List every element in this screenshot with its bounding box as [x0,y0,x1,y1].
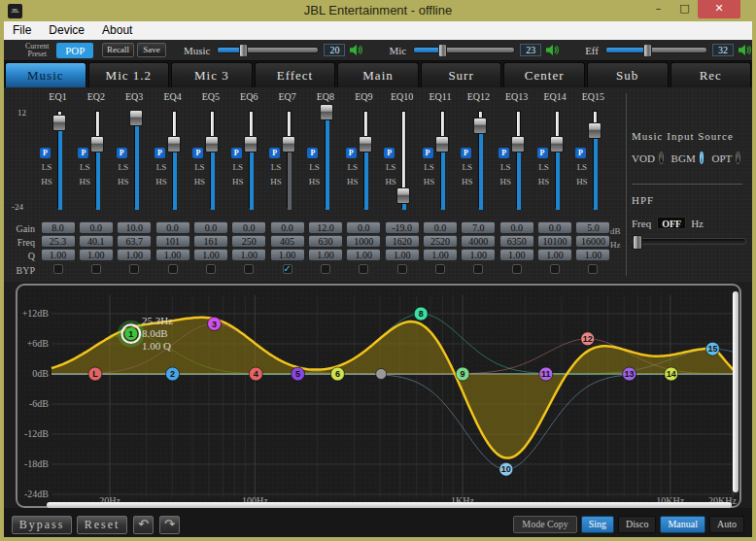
band-gain-thumb[interactable] [588,122,601,139]
band-gain-thumb[interactable] [473,118,487,134]
mic-volume-thumb[interactable] [438,44,447,57]
band-bypass-checkbox[interactable] [359,264,368,274]
band-q-value[interactable]: 1.00 [80,249,113,260]
band-freq-value[interactable]: 6350 [500,235,533,247]
band-gain-thumb[interactable] [244,136,258,152]
eq-curve-graph[interactable]: +12dB+6dB0dB-6dB-12dB-18dB-24dB20Hz100Hz… [16,284,741,508]
high-shelf-button[interactable]: HS [307,177,321,186]
band-freq-value[interactable]: 405 [271,235,304,247]
eq-point-9[interactable]: 9 [456,367,469,381]
eff-volume-slider[interactable] [605,47,707,53]
peq-type-button[interactable]: P [192,148,203,158]
band-freq-value[interactable]: 630 [309,235,342,247]
band-gain-thumb[interactable] [511,136,525,152]
band-gain-value[interactable]: 0.0 [194,221,227,233]
band-bypass-checkbox[interactable] [206,264,216,274]
band-q-value[interactable]: 1.00 [118,249,151,260]
band-gain-value[interactable]: 0.0 [271,221,304,233]
tab-center[interactable]: Center [503,62,585,87]
band-gain-thumb[interactable] [359,136,372,152]
peq-type-button[interactable]: P [231,148,242,158]
peq-type-button[interactable]: P [40,148,51,158]
mic-speaker-icon[interactable] [545,44,560,56]
peq-type-button[interactable]: P [78,148,88,158]
hpf-freq-value[interactable]: OFF [657,217,686,229]
low-shelf-button[interactable]: LS [384,162,397,172]
band-gain-value[interactable]: 0.0 [232,221,265,233]
peq-type-button[interactable]: P [575,148,586,158]
low-shelf-button[interactable]: LS [537,162,551,172]
band-gain-value[interactable]: 0.0 [347,221,380,233]
close-button[interactable]: ✕ [698,0,740,18]
eq-point-L[interactable]: L [88,367,102,381]
band-gain-thumb[interactable] [320,104,333,120]
band-q-value[interactable]: 1.00 [538,249,571,260]
hpf-slider-thumb[interactable] [633,235,642,250]
eq-point-15[interactable]: 15 [705,342,719,355]
tab-effect[interactable]: Effect [255,62,336,87]
high-shelf-button[interactable]: HS [498,177,512,186]
low-shelf-button[interactable]: LS [307,162,321,172]
band-bypass-checkbox[interactable] [129,264,139,274]
eq-point-1[interactable]: 1 [120,322,143,346]
high-shelf-button[interactable]: HS [117,177,130,186]
band-q-value[interactable]: 1.00 [462,249,495,260]
band-gain-thumb[interactable] [550,136,564,152]
tab-rec[interactable]: Rec [670,62,752,87]
band-freq-value[interactable]: 16000 [576,235,609,247]
peq-type-button[interactable]: P [384,148,395,158]
band-freq-value[interactable]: 25.3 [42,235,75,247]
band-gain-thumb[interactable] [396,187,410,204]
band-q-value[interactable]: 1.00 [424,249,457,260]
maximize-button[interactable]: □ [671,0,698,18]
tab-music[interactable]: Music [5,62,86,87]
band-gain-thumb[interactable] [435,136,449,152]
high-shelf-button[interactable]: HS [461,177,474,186]
band-bypass-checkbox[interactable] [473,264,483,274]
low-shelf-button[interactable]: LS [231,162,245,172]
band-q-value[interactable]: 1.00 [347,249,380,260]
low-shelf-button[interactable]: LS [269,162,283,172]
low-shelf-button[interactable]: LS [155,162,168,172]
eq-point-12[interactable]: 12 [581,332,595,346]
low-shelf-button[interactable]: LS [575,162,589,172]
band-bypass-checkbox[interactable] [321,264,330,274]
tab-surr[interactable]: Surr [421,62,502,87]
band-gain-value[interactable]: 0.0 [538,221,571,233]
band-bypass-checkbox[interactable] [512,264,522,274]
peq-type-button[interactable]: P [307,148,318,158]
menu-about[interactable]: About [93,21,141,40]
high-shelf-button[interactable]: HS [269,177,283,186]
bypass-button[interactable]: Bypass [12,516,72,534]
band-freq-value[interactable]: 63.7 [118,235,151,247]
undo-icon[interactable]: ↶ [133,516,154,534]
mic-volume-slider[interactable] [413,47,515,53]
band-gain-value[interactable]: 7.0 [462,221,495,233]
bgm-radio[interactable] [700,152,704,164]
band-q-value[interactable]: 1.00 [156,249,189,260]
band-gain-value[interactable]: 8.0 [42,221,75,233]
high-shelf-button[interactable]: HS [423,177,436,186]
menu-device[interactable]: Device [40,21,93,40]
band-q-value[interactable]: 1.00 [386,249,419,260]
peq-type-button[interactable]: P [498,148,509,158]
band-bypass-checkbox[interactable] [168,264,178,274]
mode-auto-button[interactable]: Auto [709,516,744,533]
high-shelf-button[interactable]: HS [78,177,91,186]
band-gain-value[interactable]: 0.0 [424,221,457,233]
eq-point-8[interactable]: 8 [414,307,428,321]
tab-main[interactable]: Main [337,62,419,87]
band-gain-thumb[interactable] [205,136,219,152]
eq-point-11[interactable]: 11 [539,367,553,381]
music-volume-slider[interactable] [217,47,319,53]
band-freq-value[interactable]: 4000 [462,235,495,247]
mode-sing-button[interactable]: Sing [581,516,614,533]
band-gain-thumb[interactable] [129,110,143,126]
low-shelf-button[interactable]: LS [461,162,474,172]
band-q-value[interactable]: 1.00 [271,249,304,260]
band-freq-value[interactable]: 1000 [347,235,380,247]
high-shelf-button[interactable]: HS [384,177,397,186]
eq-point-7[interactable] [376,369,387,380]
band-gain-thumb[interactable] [52,115,66,131]
band-bypass-checkbox[interactable] [550,264,560,274]
